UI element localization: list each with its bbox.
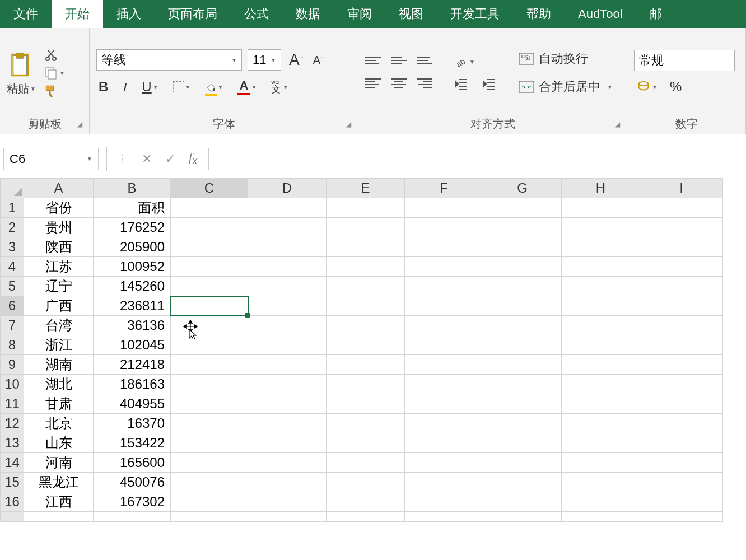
- cell-E9[interactable]: [327, 355, 405, 375]
- cell-H5[interactable]: [562, 277, 640, 296]
- cell-H3[interactable]: [562, 237, 640, 257]
- tab-file[interactable]: 文件: [0, 0, 52, 28]
- cell-C7[interactable]: [171, 316, 248, 335]
- cell-F14[interactable]: [405, 453, 483, 473]
- cell-F7[interactable]: [405, 316, 483, 335]
- cell-F11[interactable]: [405, 394, 483, 414]
- cell-G14[interactable]: [483, 453, 562, 473]
- cell-I5[interactable]: [640, 277, 723, 296]
- cell-I12[interactable]: [640, 414, 723, 433]
- column-header-H[interactable]: H: [562, 179, 640, 198]
- row-header-10[interactable]: 10: [1, 375, 24, 394]
- cell-D11[interactable]: [248, 394, 327, 414]
- orientation-button[interactable]: ab▼: [453, 54, 477, 69]
- cell-G8[interactable]: [483, 335, 562, 355]
- cell-G6[interactable]: [483, 296, 562, 316]
- decrease-indent-button[interactable]: [453, 76, 470, 92]
- cell-H12[interactable]: [562, 414, 640, 433]
- row-header-3[interactable]: 3: [1, 237, 24, 257]
- align-middle-button[interactable]: [391, 54, 407, 67]
- cell-G12[interactable]: [483, 414, 562, 433]
- cell-H9[interactable]: [562, 355, 640, 375]
- cell-D12[interactable]: [248, 414, 327, 433]
- increase-indent-button[interactable]: [481, 76, 498, 92]
- cell-H14[interactable]: [562, 453, 640, 473]
- decrease-font-button[interactable]: Aˇ: [311, 53, 326, 68]
- borders-button[interactable]: ▼: [171, 80, 193, 94]
- cell-E5[interactable]: [327, 277, 405, 296]
- align-dialog-launcher[interactable]: ◢: [615, 120, 620, 128]
- cell-F6[interactable]: [405, 296, 483, 316]
- font-dialog-launcher[interactable]: ◢: [346, 120, 351, 128]
- cell-H4[interactable]: [562, 257, 640, 277]
- tab-view[interactable]: 视图: [385, 0, 437, 28]
- cell-A2[interactable]: 贵州: [24, 218, 94, 237]
- cell-A3[interactable]: 陕西: [24, 237, 94, 257]
- cell-H8[interactable]: [562, 335, 640, 355]
- cell-H7[interactable]: [562, 316, 640, 335]
- cell-G15[interactable]: [483, 473, 562, 492]
- cell-A6[interactable]: 广西: [24, 296, 94, 316]
- cell-B16[interactable]: 167302: [94, 492, 171, 512]
- tab-insert[interactable]: 插入: [103, 0, 155, 28]
- number-format-select[interactable]: 常规: [634, 50, 735, 71]
- cell-B9[interactable]: 212418: [94, 355, 171, 375]
- cell-D14[interactable]: [248, 453, 327, 473]
- cell-A9[interactable]: 湖南: [24, 355, 94, 375]
- cell-C11[interactable]: [171, 394, 248, 414]
- cell-B10[interactable]: 186163: [94, 375, 171, 394]
- cell-G7[interactable]: [483, 316, 562, 335]
- spreadsheet-grid[interactable]: ABCDEFGHI1省份面积2贵州1762523陕西2059004江苏10095…: [0, 178, 746, 522]
- cell-I15[interactable]: [640, 473, 723, 492]
- wrap-text-button[interactable]: abc自动换行: [514, 48, 617, 69]
- cell-B4[interactable]: 100952: [94, 257, 171, 277]
- row-header-9[interactable]: 9: [1, 355, 24, 375]
- cell-H6[interactable]: [562, 296, 640, 316]
- tab-mail[interactable]: 邮: [636, 0, 675, 28]
- cell-I10[interactable]: [640, 375, 723, 394]
- cell-E11[interactable]: [327, 394, 405, 414]
- cell-B15[interactable]: 450076: [94, 473, 171, 492]
- row-header-6[interactable]: 6: [1, 296, 24, 316]
- cancel-formula-button[interactable]: ✕: [142, 152, 152, 166]
- cell-C1[interactable]: [171, 198, 248, 218]
- cell-I7[interactable]: [640, 316, 723, 335]
- cell-C3[interactable]: [171, 237, 248, 257]
- cell-D10[interactable]: [248, 375, 327, 394]
- tab-review[interactable]: 审阅: [334, 0, 385, 28]
- cell-A13[interactable]: 山东: [24, 433, 94, 453]
- cell-F2[interactable]: [405, 218, 483, 237]
- cell-E12[interactable]: [327, 414, 405, 433]
- select-all-corner[interactable]: [1, 179, 24, 198]
- cell-B5[interactable]: 145260: [94, 277, 171, 296]
- cell-B1[interactable]: 面积: [94, 198, 171, 218]
- increase-font-button[interactable]: Aˆ: [287, 50, 305, 70]
- cell-I13[interactable]: [640, 433, 723, 453]
- cell-C15[interactable]: [171, 473, 248, 492]
- cell-E13[interactable]: [327, 433, 405, 453]
- column-header-F[interactable]: F: [405, 179, 483, 198]
- cell-C4[interactable]: [171, 257, 248, 277]
- cell-E6[interactable]: [327, 296, 405, 316]
- row-header-7[interactable]: 7: [1, 316, 24, 335]
- cell-E2[interactable]: [327, 218, 405, 237]
- formula-input[interactable]: [208, 148, 746, 170]
- column-header-D[interactable]: D: [248, 179, 327, 198]
- bold-button[interactable]: B: [96, 78, 110, 96]
- phonetic-button[interactable]: wén文▼: [269, 78, 290, 95]
- italic-button[interactable]: I: [120, 78, 129, 96]
- cell-G2[interactable]: [483, 218, 562, 237]
- cell-A7[interactable]: 台湾: [24, 316, 94, 335]
- cell-B3[interactable]: 205900: [94, 237, 171, 257]
- cell-E14[interactable]: [327, 453, 405, 473]
- cell-D15[interactable]: [248, 473, 327, 492]
- copy-button[interactable]: ▼: [44, 66, 65, 80]
- tab-audtool[interactable]: AudTool: [565, 0, 636, 28]
- cell-H15[interactable]: [562, 473, 640, 492]
- cell-I3[interactable]: [640, 237, 723, 257]
- cell-C10[interactable]: [171, 375, 248, 394]
- tab-page-layout[interactable]: 页面布局: [155, 0, 231, 28]
- row-header-13[interactable]: 13: [1, 433, 24, 453]
- cell-E1[interactable]: [327, 198, 405, 218]
- cell-E16[interactable]: [327, 492, 405, 512]
